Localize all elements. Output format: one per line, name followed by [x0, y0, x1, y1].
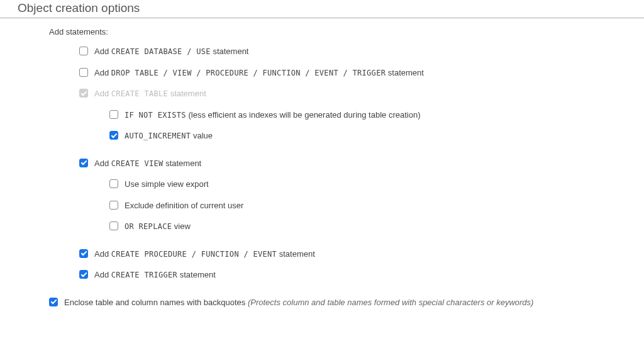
option-simple-view: Use simple view export: [0, 178, 644, 191]
label-mono: CREATE VIEW: [111, 159, 164, 168]
label-exclude-definition[interactable]: Exclude definition of current user: [125, 199, 243, 212]
section-title: Object creation options: [0, 0, 644, 18]
label-suffix: value: [191, 131, 213, 140]
group-label-add-statements: Add statements:: [0, 27, 644, 36]
option-create-database: Add CREATE DATABASE / USE statement: [0, 45, 644, 58]
option-create-procedure: Add CREATE PROCEDURE / FUNCTION / EVENT …: [0, 248, 644, 261]
label-mono: IF NOT EXISTS: [125, 111, 186, 120]
option-or-replace: OR REPLACE view: [0, 220, 644, 233]
option-drop-table: Add DROP TABLE / VIEW / PROCEDURE / FUNC…: [0, 67, 644, 79]
label-suffix: statement: [211, 47, 249, 56]
option-create-trigger: Add CREATE TRIGGER statement: [0, 269, 644, 281]
label-prefix: Add: [94, 47, 111, 56]
label-mono: CREATE DATABASE / USE: [111, 47, 211, 56]
label-create-database[interactable]: Add CREATE DATABASE / USE statement: [94, 45, 248, 58]
label-create-table: Add CREATE TABLE statement: [94, 87, 206, 100]
label-mono: CREATE TRIGGER: [111, 271, 177, 279]
label-suffix: view: [172, 221, 191, 231]
label-hint: (Protects column and table names formed …: [248, 298, 533, 307]
label-if-not-exists[interactable]: IF NOT EXISTS (less efficient as indexes…: [125, 109, 420, 121]
label-suffix: statement: [168, 89, 206, 98]
label-prefix: Add: [94, 89, 111, 98]
label-suffix: statement: [164, 159, 202, 168]
checkbox-backquotes[interactable]: [49, 298, 58, 306]
label-text: Enclose table and column names with back…: [64, 298, 248, 307]
option-exclude-definition: Exclude definition of current user: [0, 199, 644, 212]
checkbox-auto-increment[interactable]: [109, 131, 118, 140]
label-backquotes[interactable]: Enclose table and column names with back…: [64, 296, 533, 309]
checkbox-if-not-exists[interactable]: [109, 110, 118, 119]
checkbox-create-database[interactable]: [79, 47, 88, 55]
option-auto-increment: AUTO_INCREMENT value: [0, 130, 644, 142]
label-create-procedure[interactable]: Add CREATE PROCEDURE / FUNCTION / EVENT …: [94, 248, 315, 261]
label-auto-increment[interactable]: AUTO_INCREMENT value: [125, 130, 213, 142]
checkbox-simple-view[interactable]: [109, 179, 118, 188]
label-mono: AUTO_INCREMENT: [125, 132, 191, 140]
label-suffix: statement: [386, 68, 424, 77]
checkbox-create-view[interactable]: [79, 159, 88, 167]
label-or-replace[interactable]: OR REPLACE view: [125, 220, 191, 233]
label-mono: OR REPLACE: [125, 222, 172, 231]
checkbox-create-procedure[interactable]: [79, 249, 88, 258]
option-if-not-exists: IF NOT EXISTS (less efficient as indexes…: [0, 109, 644, 121]
label-simple-view[interactable]: Use simple view export: [125, 178, 209, 191]
label-mono: DROP TABLE / VIEW / PROCEDURE / FUNCTION…: [111, 69, 386, 77]
option-create-view: Add CREATE VIEW statement: [0, 157, 644, 170]
label-create-trigger[interactable]: Add CREATE TRIGGER statement: [94, 269, 216, 281]
label-suffix: (less efficient as indexes will be gener…: [186, 110, 421, 120]
option-backquotes: Enclose table and column names with back…: [0, 296, 644, 309]
label-prefix: Add: [94, 249, 111, 259]
checkbox-or-replace[interactable]: [109, 221, 118, 230]
label-prefix: Add: [94, 68, 111, 77]
checkbox-exclude-definition[interactable]: [109, 201, 118, 210]
checkbox-drop-table[interactable]: [79, 68, 88, 77]
label-drop-table[interactable]: Add DROP TABLE / VIEW / PROCEDURE / FUNC…: [94, 67, 424, 79]
label-prefix: Add: [94, 159, 111, 168]
label-create-view[interactable]: Add CREATE VIEW statement: [94, 157, 201, 170]
label-suffix: statement: [277, 249, 315, 259]
option-create-table: Add CREATE TABLE statement: [0, 87, 644, 100]
label-mono: CREATE PROCEDURE / FUNCTION / EVENT: [111, 250, 277, 259]
label-suffix: statement: [177, 270, 216, 279]
label-prefix: Add: [94, 270, 111, 279]
checkbox-create-table: [79, 89, 88, 98]
checkbox-create-trigger[interactable]: [79, 270, 88, 279]
label-mono: CREATE TABLE: [111, 89, 168, 98]
